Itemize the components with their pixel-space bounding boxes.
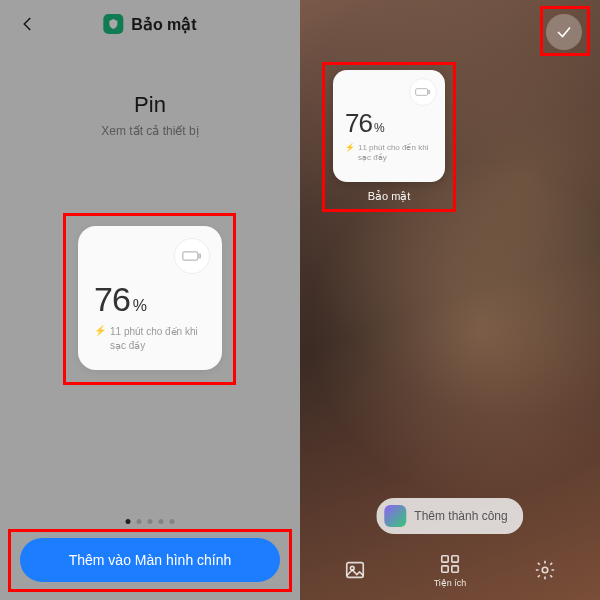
percent-symbol: % [133,297,147,315]
add-to-home-button[interactable]: Thêm vào Màn hình chính [20,538,280,582]
percent-row: 76 % [345,108,433,139]
widget-caption: Bảo mật [333,190,445,203]
pane-widget-picker: Bảo mật Pin Xem tất cả thiết bị 76 % ⚡ 1… [0,0,300,600]
header-title-wrap: Bảo mật [103,14,196,34]
svg-rect-3 [428,91,429,94]
dock-item-utilities[interactable]: Tiện ích [434,553,467,588]
svg-rect-1 [199,254,201,257]
svg-rect-9 [452,565,458,571]
percent-row: 76 % [94,280,206,319]
dock-label: Tiện ích [434,578,467,588]
security-icon [103,14,123,34]
success-toast: Thêm thành công [376,498,523,534]
check-icon [555,23,573,41]
header: Bảo mật [0,0,300,48]
svg-rect-4 [347,563,364,578]
toast-text: Thêm thành công [414,509,507,523]
header-title: Bảo mật [131,15,196,34]
toast-icon [384,505,406,527]
status-text: 11 phút cho đến khi sạc đầy [358,143,433,164]
dock-item-settings[interactable] [534,559,556,581]
svg-rect-8 [442,565,448,571]
confirm-button[interactable] [546,14,582,50]
svg-point-10 [542,567,548,573]
dock-item-wallpaper[interactable] [344,559,366,581]
svg-rect-7 [452,555,458,561]
bolt-icon: ⚡ [94,325,106,336]
percent-value: 76 [94,280,130,319]
percent-symbol: % [374,121,385,135]
svg-rect-0 [183,252,198,260]
arrow-left-icon [19,15,37,33]
battery-widget: 76 % ⚡ 11 phút cho đến khi sạc đầy [78,226,222,370]
section-title: Pin [0,92,300,118]
status-row: ⚡ 11 phút cho đến khi sạc đầy [345,143,433,164]
battery-icon-circle [409,78,437,106]
status-row: ⚡ 11 phút cho đến khi sạc đầy [94,325,206,352]
dock-bar: Tiện ích [300,548,600,592]
battery-widget-placed[interactable]: 76 % ⚡ 11 phút cho đến khi sạc đầy Bảo m… [333,70,445,203]
page-indicator [126,519,175,524]
battery-icon-circle [174,238,210,274]
section-header: Pin Xem tất cả thiết bị [0,92,300,138]
battery-widget-preview[interactable]: 76 % ⚡ 11 phút cho đến khi sạc đầy [78,226,222,370]
svg-rect-6 [442,555,448,561]
section-subtitle: Xem tất cả thiết bị [0,124,300,138]
status-text: 11 phút cho đến khi sạc đầy [110,325,206,352]
bolt-icon: ⚡ [345,143,355,152]
grid-icon [439,553,461,575]
battery-icon [182,250,202,262]
pane-homescreen: 76 % ⚡ 11 phút cho đến khi sạc đầy Bảo m… [300,0,600,600]
percent-value: 76 [345,108,372,139]
battery-icon [415,87,431,97]
gear-icon [534,559,556,581]
back-button[interactable] [18,14,38,34]
svg-rect-2 [416,89,428,96]
image-icon [344,559,366,581]
battery-widget: 76 % ⚡ 11 phút cho đến khi sạc đầy [333,70,445,182]
